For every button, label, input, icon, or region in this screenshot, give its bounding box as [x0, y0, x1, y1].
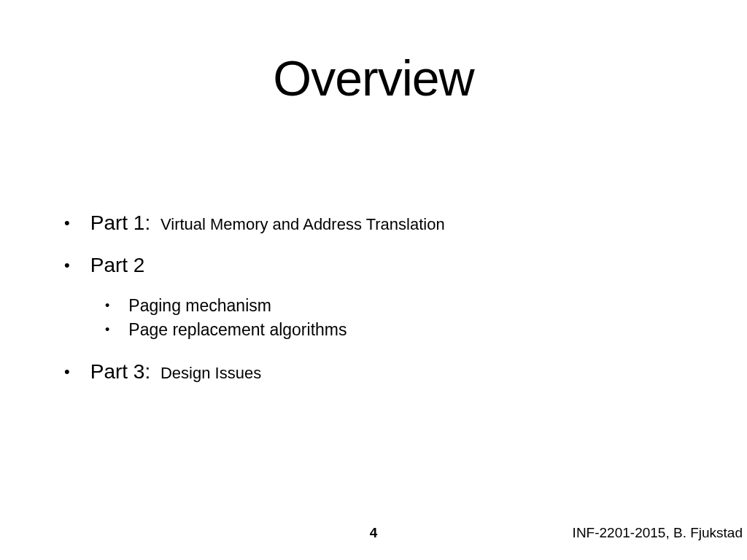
bullet-part2-item: • Page replacement algorithms	[105, 320, 703, 340]
bullet-part3-sub: Design Issues	[160, 364, 261, 382]
bullet-part3-label: Part 3:	[90, 360, 150, 383]
bullet-part1-label: Part 1:	[90, 211, 150, 234]
footer-text: INF-2201-2015, B. Fjukstad	[573, 525, 743, 541]
bullet-dot: •	[105, 299, 109, 312]
slide-content: • Part 1: Virtual Memory and Address Tra…	[64, 211, 703, 402]
bullet-part2-item-text: Page replacement algorithms	[128, 320, 347, 340]
bullet-part2-item: • Paging mechanism	[105, 296, 703, 316]
bullet-part2-sublist: • Paging mechanism • Page replacement al…	[105, 296, 703, 340]
bullet-part3: • Part 3: Design Issues	[64, 360, 703, 384]
bullet-dot: •	[64, 215, 70, 231]
bullet-dot: •	[105, 323, 109, 336]
bullet-part2: • Part 2	[64, 254, 703, 277]
bullet-dot: •	[64, 364, 70, 380]
bullet-part2-item-text: Paging mechanism	[128, 296, 271, 316]
bullet-part2-label: Part 2	[90, 254, 145, 277]
slide-title: Overview	[0, 0, 747, 106]
bullet-part1: • Part 1: Virtual Memory and Address Tra…	[64, 211, 703, 235]
bullet-dot: •	[64, 257, 70, 273]
bullet-part1-sub: Virtual Memory and Address Translation	[160, 215, 445, 233]
